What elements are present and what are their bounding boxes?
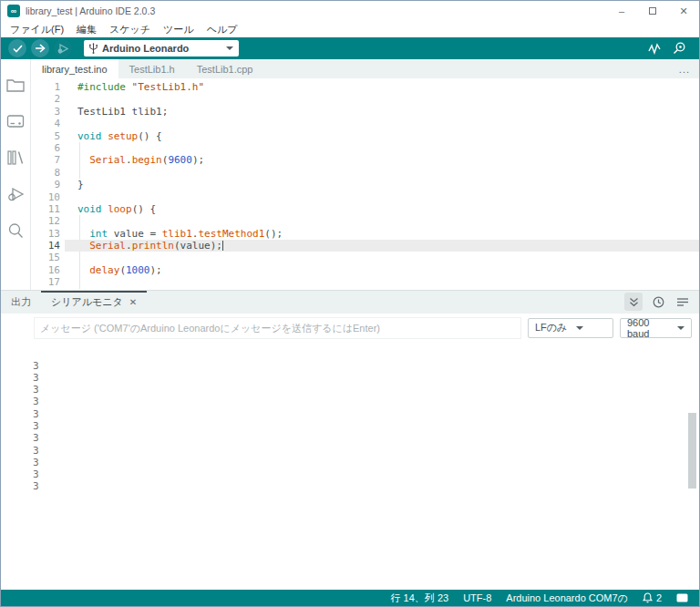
code-line-18[interactable]: 18}	[31, 289, 699, 290]
line-number: 13	[31, 228, 60, 240]
code-line-9[interactable]: 9}	[31, 179, 699, 190]
cursor-position[interactable]: 行 14、列 23	[391, 592, 449, 605]
menu-bar: ファイル(F)編集スケッチツールヘルプ	[1, 21, 699, 37]
notification-count: 2	[656, 592, 662, 603]
debug-icon	[57, 44, 68, 54]
collapse-panel-button[interactable]	[624, 293, 643, 311]
board-selector[interactable]: Arduino Leonardo	[84, 40, 239, 57]
chevron-down-icon	[576, 326, 583, 330]
sidebar-item-library-manager[interactable]	[1, 139, 31, 176]
serial-message-row: LFのみ 9600 baud	[1, 314, 699, 343]
tab-overflow-menu[interactable]: ...	[670, 59, 699, 78]
serial-output-line: 3	[33, 445, 699, 457]
editor-tab-bar: library_test.inoTestLib1.hTestLib1.cpp..…	[31, 59, 699, 78]
serial-output-line: 3	[33, 432, 699, 444]
editor-tab-library_test.ino[interactable]: library_test.ino	[31, 59, 118, 78]
menu-item-2[interactable]: スケッチ	[103, 23, 157, 36]
serial-output-line: 3	[33, 468, 699, 480]
line-number: 11	[31, 203, 60, 215]
serial-output-line: 3	[33, 457, 699, 468]
menu-item-1[interactable]: 編集	[70, 23, 103, 36]
title-bar: ∞ library_test | Arduino IDE 2.0.3 – ✕	[1, 1, 699, 21]
debug-button	[54, 39, 72, 57]
code-line-14[interactable]: 14 Serial.println(value);	[31, 240, 699, 252]
serial-message-input[interactable]	[34, 317, 521, 339]
code-line-6[interactable]: 6	[31, 142, 699, 154]
toolbar: Arduino Leonardo	[1, 37, 699, 59]
close-tab-icon[interactable]: ✕	[129, 297, 137, 307]
line-number: 18	[31, 289, 60, 290]
code-line-2[interactable]: 2	[31, 93, 699, 105]
baud-rate-value: 9600 baud	[627, 317, 668, 339]
code-text: Serial.begin(9600);	[77, 154, 204, 166]
code-text: }	[77, 179, 84, 190]
upload-button[interactable]	[31, 39, 49, 57]
serial-output-line: 3	[33, 372, 699, 384]
editor-tab-TestLib1.cpp[interactable]: TestLib1.cpp	[186, 59, 264, 78]
close-button[interactable]: ✕	[668, 1, 699, 21]
code-line-13[interactable]: 13 int value = tlib1.testMethod1();	[31, 228, 699, 240]
notifications-indicator[interactable]: 2	[643, 592, 662, 603]
sidebar-item-debug[interactable]	[1, 176, 31, 212]
serial-output-scrollbar[interactable]	[688, 413, 696, 489]
serial-monitor-icon[interactable]	[673, 42, 686, 55]
panel-indicator[interactable]	[676, 593, 688, 602]
clear-output-button[interactable]	[674, 293, 692, 311]
code-text: #include "TestLib1.h"	[77, 81, 204, 93]
verify-button[interactable]	[8, 39, 26, 57]
line-number: 2	[31, 93, 60, 105]
line-number: 7	[31, 154, 60, 166]
code-line-5[interactable]: 5void setup() {	[31, 130, 699, 142]
debug-sidebar-icon	[6, 187, 25, 201]
panel-tab-シリアルモニタ[interactable]: シリアルモニタ✕	[41, 291, 147, 314]
encoding-indicator[interactable]: UTF-8	[463, 592, 491, 603]
line-number: 14	[31, 240, 60, 252]
sidebar-item-sketchbook[interactable]	[1, 67, 31, 103]
code-line-17[interactable]: 17	[31, 276, 699, 288]
library-icon	[6, 149, 25, 166]
code-line-4[interactable]: 4	[31, 118, 699, 129]
menu-item-0[interactable]: ファイル(F)	[4, 23, 70, 36]
board-port-indicator[interactable]: Arduino Leonardo COM7の	[506, 592, 628, 605]
maximize-icon	[649, 7, 656, 15]
line-number: 15	[31, 252, 60, 263]
code-line-3[interactable]: 3TestLib1 tlib1;	[31, 106, 699, 118]
code-line-15[interactable]: 15	[31, 252, 699, 263]
arduino-ide-window: ∞ library_test | Arduino IDE 2.0.3 – ✕ フ…	[0, 0, 700, 607]
clear-output-icon	[676, 297, 689, 307]
code-line-10[interactable]: 10	[31, 191, 699, 203]
bottom-panel-header: 出力シリアルモニタ✕	[1, 290, 699, 314]
code-editor[interactable]: 1#include "TestLib1.h"23TestLib1 tlib1;4…	[31, 78, 699, 290]
check-icon	[13, 45, 23, 53]
activity-sidebar	[1, 59, 31, 290]
minimize-button[interactable]: –	[606, 1, 637, 21]
code-line-1[interactable]: 1#include "TestLib1.h"	[31, 81, 699, 93]
sidebar-item-boards-manager[interactable]	[1, 103, 31, 139]
maximize-button[interactable]	[637, 1, 668, 21]
line-ending-select[interactable]: LFのみ	[528, 318, 613, 338]
code-line-12[interactable]: 12	[31, 215, 699, 227]
timestamp-toggle-button[interactable]	[649, 293, 667, 311]
serial-output-area[interactable]: 33333333333	[1, 343, 699, 591]
sidebar-item-search[interactable]	[1, 212, 31, 249]
menu-item-4[interactable]: ヘルプ	[201, 23, 244, 36]
clock-icon	[653, 296, 664, 308]
code-line-16[interactable]: 16 delay(1000);	[31, 264, 699, 276]
board-selector-label: Arduino Leonardo	[102, 43, 189, 54]
bell-icon	[643, 592, 653, 603]
menu-item-3[interactable]: ツール	[157, 23, 201, 36]
baud-rate-select[interactable]: 9600 baud	[620, 318, 692, 338]
line-number: 12	[31, 215, 60, 227]
line-number: 9	[31, 179, 60, 190]
serial-output-line: 3	[33, 384, 699, 396]
panel-tab-出力[interactable]: 出力	[1, 291, 41, 314]
line-number: 4	[31, 118, 60, 129]
code-text: Serial.println(value);	[77, 240, 223, 252]
serial-plotter-icon[interactable]	[648, 43, 662, 55]
editor-tab-TestLib1.h[interactable]: TestLib1.h	[118, 59, 186, 78]
line-number: 5	[31, 130, 60, 142]
code-line-11[interactable]: 11void loop() {	[31, 203, 699, 215]
window-title: library_test | Arduino IDE 2.0.3	[26, 5, 155, 16]
code-line-8[interactable]: 8	[31, 167, 699, 179]
code-line-7[interactable]: 7 Serial.begin(9600);	[31, 154, 699, 166]
